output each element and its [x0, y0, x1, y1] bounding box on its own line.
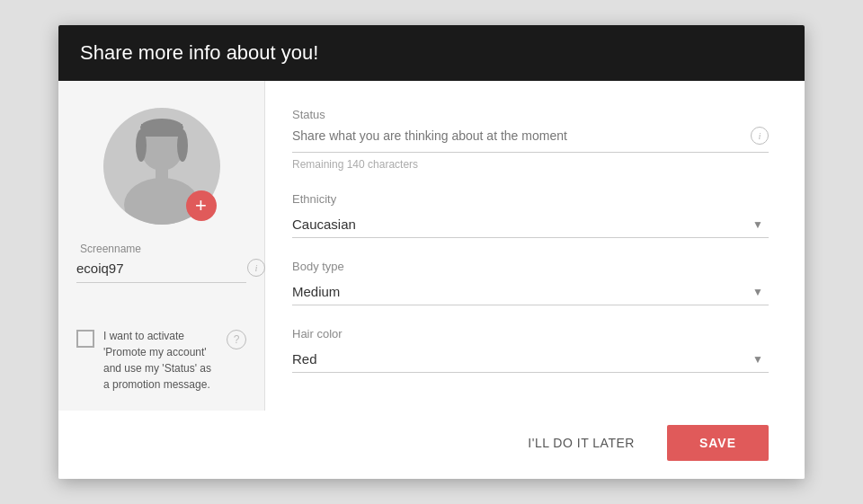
screenname-input[interactable] [76, 261, 247, 276]
left-panel: + Screenname i I want to activate 'Promo… [58, 81, 265, 411]
modal-title: Share more info about you! [80, 41, 783, 65]
promote-text: I want to activate 'Promote my account' … [103, 328, 218, 393]
hair-color-select-wrap: Black Brown Blonde Red Gray White Other … [292, 346, 769, 373]
screenname-label: Screenname [80, 243, 141, 255]
body-type-group: Body type Slim Medium Athletic Large ▼ [292, 260, 769, 305]
promote-row: I want to activate 'Promote my account' … [76, 310, 246, 393]
status-row: i [292, 127, 769, 153]
hair-color-select[interactable]: Black Brown Blonde Red Gray White Other [292, 346, 769, 372]
ethnicity-label: Ethnicity [292, 192, 769, 206]
ethnicity-select[interactable]: Caucasian African Asian Hispanic Middle … [292, 211, 769, 237]
right-panel: Status i Remaining 140 characters Ethnic… [265, 81, 805, 411]
avatar-wrap: + [103, 108, 220, 225]
modal-header: Share more info about you! [58, 25, 805, 81]
hair-color-group: Hair color Black Brown Blonde Red Gray W… [292, 327, 769, 373]
promote-help-icon[interactable]: ? [227, 330, 246, 349]
modal-body: + Screenname i I want to activate 'Promo… [58, 81, 805, 411]
promote-checkbox[interactable] [76, 330, 94, 348]
add-photo-button[interactable]: + [186, 190, 217, 221]
screenname-row: i [76, 259, 246, 283]
later-button[interactable]: I'LL DO IT LATER [513, 427, 649, 459]
ethnicity-select-wrap: Caucasian African Asian Hispanic Middle … [292, 211, 769, 238]
svg-rect-7 [141, 124, 182, 137]
hair-color-label: Hair color [292, 327, 769, 340]
profile-modal: Share more info about you! [58, 25, 805, 479]
status-info-icon[interactable]: i [751, 127, 769, 145]
modal-footer: I'LL DO IT LATER SAVE [58, 411, 805, 479]
save-button[interactable]: SAVE [667, 425, 769, 461]
remaining-chars: Remaining 140 characters [292, 158, 769, 171]
info-icon[interactable]: i [247, 259, 265, 277]
body-type-select[interactable]: Slim Medium Athletic Large [292, 279, 769, 305]
ethnicity-group: Ethnicity Caucasian African Asian Hispan… [292, 192, 769, 238]
status-group: Status i Remaining 140 characters [292, 108, 769, 171]
body-type-select-wrap: Slim Medium Athletic Large ▼ [292, 279, 769, 305]
body-type-label: Body type [292, 260, 769, 273]
status-label: Status [292, 108, 769, 121]
status-input[interactable] [292, 128, 751, 143]
svg-rect-3 [156, 166, 168, 179]
